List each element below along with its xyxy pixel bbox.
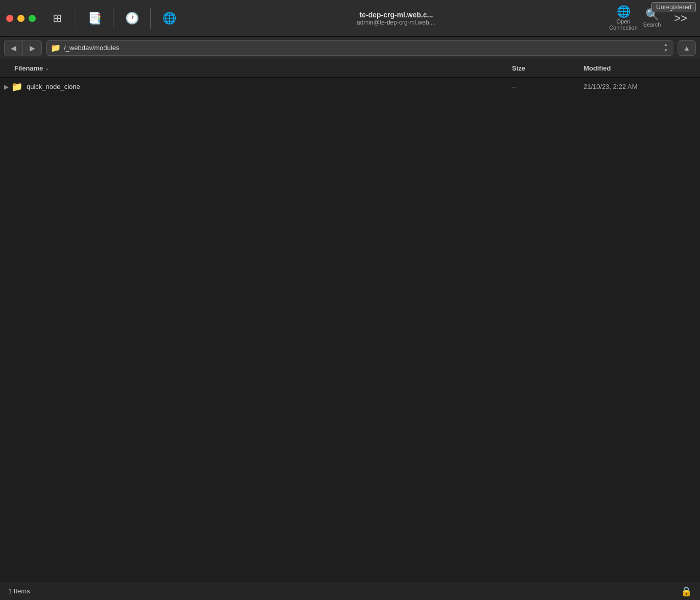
window-controls bbox=[6, 15, 36, 22]
go-up-button[interactable]: ▲ bbox=[678, 40, 696, 56]
path-bar[interactable]: 📁 /_webdav/modules ▲ ▼ bbox=[46, 40, 673, 56]
table-row[interactable]: ▶ 📁 quick_node_clone -- 21/10/23, 2:22 A… bbox=[0, 78, 700, 96]
statusbar: 1 Items 🔒 bbox=[0, 582, 700, 600]
path-stepper[interactable]: ▲ ▼ bbox=[663, 42, 669, 53]
stepper-down[interactable]: ▼ bbox=[663, 48, 669, 53]
forward-button[interactable]: ▶ bbox=[23, 40, 41, 56]
nav-back-forward: ◀ ▶ bbox=[4, 40, 42, 56]
file-size: -- bbox=[512, 83, 584, 90]
back-arrow-icon: ◀ bbox=[11, 44, 16, 52]
server-user: admin@te-dep-crg-ml.web.... bbox=[357, 19, 436, 26]
server-name: te-dep-crg-ml.web.c... bbox=[360, 11, 433, 19]
maximize-button[interactable] bbox=[29, 15, 36, 22]
file-list: ▶ 📁 quick_node_clone -- 21/10/23, 2:22 A… bbox=[0, 78, 700, 330]
server-info: te-dep-crg-ml.web.c... admin@te-dep-crg-… bbox=[182, 11, 610, 26]
lock-icon: 🔒 bbox=[681, 586, 692, 597]
search-label: Search bbox=[643, 21, 661, 28]
stepper-up[interactable]: ▲ bbox=[663, 42, 669, 48]
column-size[interactable]: Size bbox=[512, 64, 584, 72]
more-icon: >> bbox=[674, 13, 687, 24]
unregistered-badge: Unregistered bbox=[651, 2, 696, 12]
forward-arrow-icon: ▶ bbox=[30, 44, 35, 52]
folder-icon: 📁 bbox=[11, 81, 22, 93]
bookmark-icon: 📑 bbox=[88, 13, 102, 24]
toolbar-left: ⊞ 📑 🕐 🌐 bbox=[44, 3, 182, 34]
sort-icon: ⌄ bbox=[45, 65, 49, 71]
column-modified[interactable]: Modified bbox=[584, 64, 696, 72]
file-modified: 21/10/23, 2:22 AM bbox=[584, 83, 696, 90]
titlebar: ⊞ 📑 🕐 🌐 te-dep-crg-ml.web.c... admin@te-… bbox=[0, 0, 700, 37]
bookmark-button[interactable]: 📑 bbox=[81, 3, 108, 34]
column-filename-label: Filename bbox=[14, 64, 43, 72]
history-button[interactable]: 🕐 bbox=[119, 3, 145, 34]
column-filename[interactable]: Filename ⌄ bbox=[4, 64, 512, 72]
network-icon-button[interactable]: 🌐 bbox=[156, 3, 182, 34]
go-up-icon: ▲ bbox=[683, 44, 690, 52]
divider-1 bbox=[76, 8, 76, 29]
path-folder-icon: 📁 bbox=[51, 43, 61, 53]
layout-icon: ⊞ bbox=[53, 13, 62, 24]
open-connection-icon: 🌐 bbox=[617, 6, 631, 17]
close-button[interactable] bbox=[6, 15, 13, 22]
empty-area bbox=[0, 330, 700, 582]
open-connection-label: Open Connection bbox=[609, 18, 638, 31]
history-icon: 🕐 bbox=[125, 13, 139, 24]
layout-button[interactable]: ⊞ bbox=[44, 3, 71, 34]
divider-3 bbox=[150, 8, 151, 29]
column-modified-label: Modified bbox=[584, 64, 611, 72]
divider-2 bbox=[113, 8, 113, 29]
navbar: ◀ ▶ 📁 /_webdav/modules ▲ ▼ ▲ bbox=[0, 37, 700, 59]
items-count: 1 Items bbox=[8, 587, 30, 595]
network-icon: 🌐 bbox=[162, 13, 176, 24]
open-connection-button[interactable]: 🌐 Open Connection bbox=[610, 3, 637, 34]
back-button[interactable]: ◀ bbox=[5, 40, 23, 56]
expand-icon[interactable]: ▶ bbox=[4, 83, 11, 90]
column-size-label: Size bbox=[512, 64, 525, 72]
minimize-button[interactable] bbox=[17, 15, 25, 22]
file-name: quick_node_clone bbox=[27, 83, 512, 90]
file-table-header: Filename ⌄ Size Modified bbox=[0, 59, 700, 78]
main-content: ▶ 📁 quick_node_clone -- 21/10/23, 2:22 A… bbox=[0, 78, 700, 582]
path-text: /_webdav/modules bbox=[64, 44, 660, 52]
